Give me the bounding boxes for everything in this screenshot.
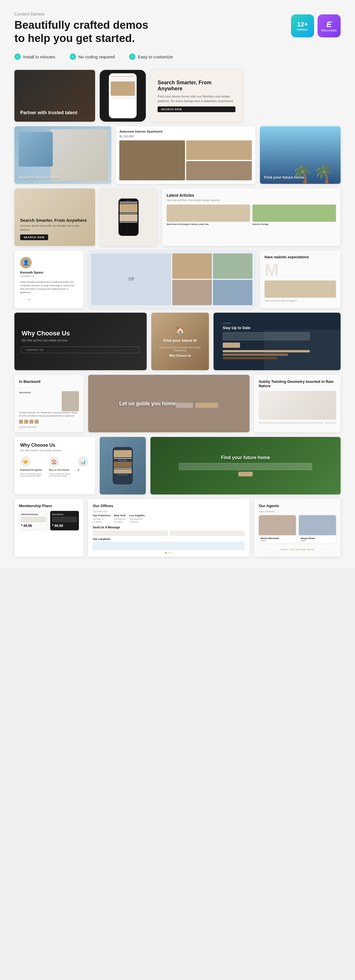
apt-img-main [119,140,185,180]
find-home-button[interactable] [238,472,253,476]
card-expectations[interactable]: Have realistic expectations M Take the t… [260,251,341,308]
office-sf: San Francisco 123 Main StCA 94102 [93,514,110,523]
agent-blackwell-card[interactable]: Melvin Blackwell Agent [259,515,296,543]
card-partner[interactable]: Partner with trusted talent [14,70,95,122]
article-img-2 [253,205,336,222]
card-phone-demo[interactable] [100,70,146,122]
locations-map [93,542,245,550]
card-phone-tablet[interactable] [100,188,157,246]
msg-input-2[interactable] [170,531,245,536]
card-search-smarter[interactable]: Search Smarter, From Anywhere Find your … [150,70,243,122]
find-home-search[interactable] [179,463,312,470]
meet-team-link[interactable]: MEET THE ENTIRE TEAM [281,548,314,551]
card-marina[interactable]: Beautiful House in Marina [14,126,111,184]
footer-line-1 [223,350,310,352]
card-why-choose-light[interactable]: Why Choose Us We offer perfect real esta… [14,437,95,495]
why-icon-extra: 📊 E [78,457,88,477]
guide-btn-1[interactable] [176,403,193,408]
why-phone-line-2 [114,468,132,469]
apartment-price: $1,240,000 [119,135,252,138]
card-let-guide[interactable]: Let us guide you home [88,375,249,432]
agent-reiter-img [299,515,336,535]
articles-grid: How Does A Designer Home Look Like Inter… [166,205,336,226]
feature-customize: ✓ Easy to customize [129,54,173,60]
gallery-img-1 [172,253,212,279]
card-stay-up[interactable]: residleo Stay Up to Date [214,313,341,370]
main-title: Beautifully crafted demos to help you ge… [14,19,149,45]
agent-blackwell-role: Agent [261,539,294,542]
apartment-title: Awesome Interior Apartment [119,130,252,133]
content-demos-label: Content Demos [14,11,149,16]
card-blackwell[interactable]: In Blackwell ..... Specialties Premier P… [14,375,83,432]
badge-count: 12+ [297,21,308,28]
dot-3[interactable] [171,552,173,554]
our-franchise-label: Our Franchise [93,510,245,513]
search-now-button[interactable]: SEARCH NOW [158,107,235,112]
social-4[interactable] [35,420,38,424]
marina-text: Beautiful House in Marina [19,175,61,180]
agent-blackwell-img [259,515,296,535]
partner-title: Partner with trusted talent [20,110,77,116]
card-map-gallery[interactable]: 🗺 [88,251,255,308]
addr-la: 789 Sunset BlCA 90028 [130,518,145,523]
gallery-img-4 [213,280,253,305]
search-desk-button[interactable]: SEARCH NOW [20,234,48,240]
plan-pro-icon [21,517,46,522]
card-articles[interactable]: Latest Articles Here you will find a few… [162,188,341,246]
office-la: Los Angeles 789 Sunset BlCA 90028 [130,514,145,523]
social-icons [19,420,79,424]
next-arrow[interactable]: → [27,297,30,302]
why-light-title: Why Choose Us [20,443,90,448]
dot-1[interactable] [165,552,167,554]
main-container: Content Demos Beautifully crafted demos … [0,0,355,568]
inner-line-1 [120,202,138,202]
social-1[interactable] [19,420,23,424]
title-line1: Beautifully crafted demos [14,19,149,31]
card-membership[interactable]: Membership Plans PROFESSIONAL $ 49.99 BU… [14,499,83,557]
inner-line-3 [120,213,138,214]
card-subtly[interactable]: Subtly Twisting Geometry Inserted in Raw… [254,375,341,432]
card-palms[interactable]: 🌴🌴 Find your future home [260,126,341,184]
membership-plans: PROFESSIONAL $ 49.99 BUSINESS $ 99.99 [19,511,79,530]
let-guide-actions [176,403,218,408]
article-text-2: Interior Design [253,223,336,226]
agent-reiter-card[interactable]: Alayna Reiter Agent [299,515,336,543]
agent-blackwell-name: Melvin Blackwell [261,537,294,539]
social-2[interactable] [24,420,28,424]
dot-2[interactable] [168,552,170,554]
phone-screen [109,73,137,118]
blackwell-title: In Blackwell [19,379,79,384]
card-search-desk[interactable]: Search Smarter, From Anywhere Find your … [14,188,95,246]
phone-notch [126,200,131,201]
social-3[interactable] [29,420,34,424]
plan-professional[interactable]: PROFESSIONAL $ 49.99 [19,511,48,530]
plan-business[interactable]: BUSINESS $ 99.99 [50,511,79,530]
experienced-label: Experienced agents [20,469,42,471]
check-icon-install: ✓ [14,54,21,60]
contact-us-button[interactable]: CONTACT US [22,347,139,353]
testimonial-text: While Residleo functions like a traditio… [20,280,78,294]
stay-up-input[interactable] [223,332,310,340]
testimonial-role: Founder, Inc. [20,275,78,278]
card-apartment[interactable]: Awesome Interior Apartment $1,240,000 [116,126,255,184]
subtly-info [259,422,336,424]
articles-title: Latest Articles [166,193,336,197]
card-agents[interactable]: Our Agents Spec someone Melvin Blackwell… [254,499,341,557]
membership-title: Membership Plans [19,504,79,508]
msg-input-1[interactable] [93,531,168,536]
card-find-home[interactable]: Find your future home [150,437,341,495]
stay-up-title: Stay Up to Date [223,326,331,330]
card-phone-why[interactable]: Why Choose Experienced agents [100,437,146,495]
prev-arrow[interactable]: ← [20,297,24,302]
blackwell-dots: ..... [19,384,79,390]
subscribe-button[interactable] [223,343,240,348]
card-find-future[interactable]: 🏠 Find your future hi Find your future h… [151,313,209,370]
card-offices[interactable]: Our Offices Our Franchise San Francisco … [88,499,249,557]
find-future-icon: 🏠 [175,326,185,336]
experienced-phone-text: Experienced agents [118,474,128,476]
card-why-choose-dark[interactable]: Why Choose Us We offer perfect real esta… [14,313,147,370]
card-testimonial[interactable]: 👤 Kenneth Spiers Founder, Inc. While Res… [14,251,83,308]
why-icons-row: 🤝 Experienced agents Find a real estate … [20,457,90,477]
guide-btn-2[interactable] [195,403,218,408]
article-text-1: How Does A Designer Home Look Like [166,223,250,226]
